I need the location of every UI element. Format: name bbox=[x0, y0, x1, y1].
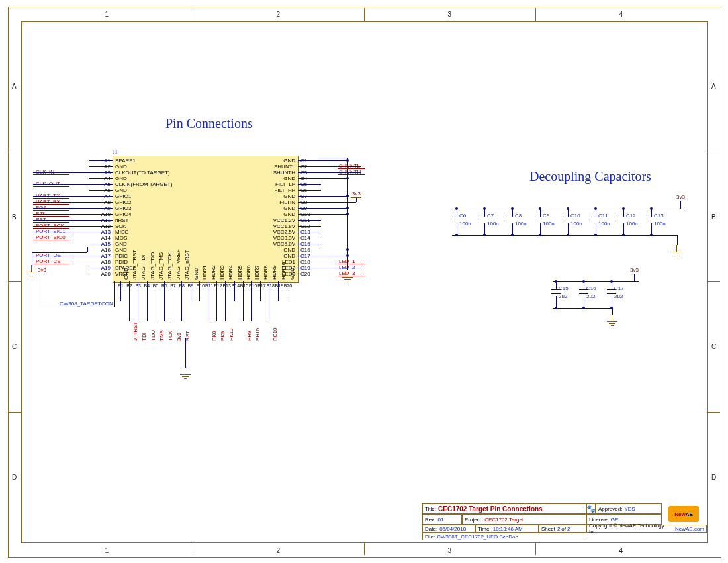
pin-num: B14 bbox=[232, 283, 240, 288]
wire bbox=[680, 201, 681, 209]
pin-wire bbox=[89, 178, 113, 179]
pin-wire bbox=[164, 282, 165, 301]
newae-logo: NewAE bbox=[668, 506, 699, 522]
schematic-sheet: 11223344 AABBCCDD Pin Connections Decoup… bbox=[0, 0, 728, 563]
col-coord-top: 4 bbox=[619, 11, 623, 18]
net-wire bbox=[216, 301, 217, 321]
pin-wire bbox=[199, 282, 200, 301]
pin-name: PDID bbox=[115, 259, 128, 265]
net-label: 3v3 bbox=[176, 333, 182, 341]
pin-wire bbox=[298, 166, 321, 167]
wire bbox=[321, 202, 356, 203]
net-underline bbox=[338, 276, 365, 276]
pin-wire bbox=[287, 282, 287, 301]
tb-url: NewAE.com bbox=[675, 526, 704, 532]
pin-wire bbox=[89, 208, 113, 209]
pin-name: SHUNTH bbox=[273, 170, 295, 176]
row-coord-right: D bbox=[711, 474, 716, 481]
col-divider bbox=[193, 8, 193, 21]
pin-wire bbox=[298, 190, 321, 191]
paw-icon: 🐾 bbox=[586, 503, 596, 514]
pin-wire bbox=[138, 282, 138, 301]
pin-name: HDR3 bbox=[219, 265, 225, 280]
pin-wire bbox=[298, 256, 321, 256]
wire bbox=[318, 158, 347, 158]
gnd-join bbox=[321, 160, 347, 161]
gnd-join bbox=[321, 178, 347, 179]
pin-wire bbox=[89, 166, 113, 167]
col-coord-bot: 4 bbox=[619, 547, 623, 554]
pin-name: GND bbox=[115, 247, 127, 253]
tb-sheet-num: 2 bbox=[557, 526, 560, 532]
net-label: PH10 bbox=[255, 328, 261, 341]
net-wire bbox=[33, 232, 89, 232]
pin-wire bbox=[89, 256, 113, 256]
cap-val: 100n bbox=[654, 221, 666, 227]
pin-wire bbox=[89, 244, 113, 244]
col-coord-bot: 1 bbox=[105, 547, 109, 554]
pin-name: HDR9 bbox=[271, 265, 277, 280]
tb-approved: YES bbox=[624, 506, 635, 512]
col-divider bbox=[193, 542, 193, 555]
pin-name: GND bbox=[115, 176, 127, 181]
pin-name: VCC3.3V bbox=[273, 235, 295, 241]
net-wire bbox=[321, 172, 361, 173]
row-coord-left: B bbox=[12, 213, 17, 221]
cap-val: 100n bbox=[487, 221, 499, 227]
pin-name: JTAG_VREF bbox=[175, 249, 181, 280]
pin-name: SPARE1 bbox=[115, 158, 136, 164]
cap-ref: C13 bbox=[654, 213, 664, 219]
pin-num: B17 bbox=[257, 283, 265, 288]
net-wire bbox=[181, 301, 182, 321]
cap-val: 2u2 bbox=[586, 293, 595, 299]
net-wire bbox=[243, 301, 244, 321]
wire-gnd-top bbox=[452, 235, 677, 236]
pin-wire bbox=[89, 274, 113, 274]
cap-ref: C8 bbox=[515, 213, 522, 219]
pin-wire bbox=[298, 238, 321, 238]
pin-wire bbox=[191, 282, 191, 301]
cap-ref: C17 bbox=[614, 285, 624, 291]
cap-val: 2u2 bbox=[614, 293, 623, 299]
j1-refdes: J1 bbox=[113, 148, 118, 155]
cap-val: 2u2 bbox=[559, 293, 567, 299]
wire-rail-bot bbox=[553, 282, 639, 282]
pin-name: HDR1 bbox=[202, 265, 208, 280]
pin-name: nRST bbox=[115, 217, 128, 223]
wire bbox=[42, 274, 42, 307]
pin-name: SHUNTL bbox=[274, 164, 295, 170]
logo-b: AE bbox=[686, 511, 693, 517]
pin-num: B10 bbox=[197, 283, 205, 288]
row-divider bbox=[8, 152, 21, 152]
pin-wire bbox=[89, 262, 113, 262]
pin-name: GPIO3 bbox=[115, 205, 131, 211]
net-label: PG10 bbox=[272, 328, 278, 341]
pin-num: B13 bbox=[222, 283, 230, 288]
pin-num: B16 bbox=[249, 283, 257, 288]
pin-wire bbox=[298, 172, 321, 173]
row-coord-right: A bbox=[711, 83, 716, 90]
net-wire bbox=[164, 301, 165, 321]
pin-wire bbox=[208, 282, 208, 301]
pin-wire bbox=[298, 274, 321, 274]
pin-wire bbox=[89, 190, 113, 191]
net-wire bbox=[33, 226, 89, 227]
pin-wire bbox=[298, 244, 321, 244]
pin-name: FILT_HP bbox=[275, 187, 295, 193]
pin-wire bbox=[298, 214, 321, 215]
net-wire bbox=[147, 301, 148, 321]
wire bbox=[87, 247, 88, 252]
net-label: PH9 bbox=[246, 331, 252, 341]
net-underline bbox=[33, 174, 69, 175]
tb-title-label: Title: bbox=[425, 506, 436, 512]
net-label: PK9 bbox=[220, 331, 226, 341]
pin-wire bbox=[89, 214, 113, 215]
wire bbox=[347, 158, 348, 270]
pin-name: GND bbox=[283, 205, 295, 211]
col-coord-top: 2 bbox=[277, 11, 281, 18]
net-wire bbox=[33, 238, 89, 238]
tb-time: 10:13:46 AM bbox=[493, 526, 523, 532]
col-divider bbox=[364, 542, 365, 555]
wire bbox=[356, 197, 357, 202]
cap-val: 100n bbox=[598, 221, 610, 227]
